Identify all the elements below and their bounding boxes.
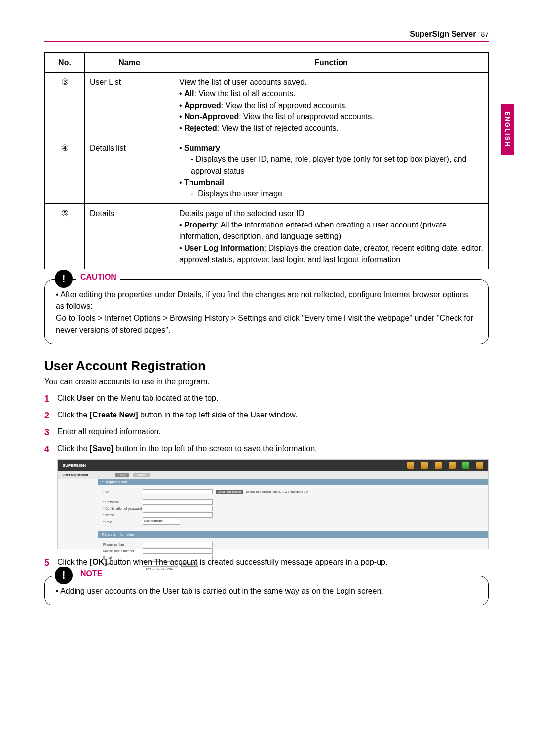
name-field[interactable] bbox=[143, 512, 213, 518]
shot-cancel-button[interactable]: Cancel bbox=[133, 473, 150, 477]
page-number: 87 bbox=[481, 30, 489, 38]
note-icon: ! bbox=[55, 567, 73, 584]
caution-label: CAUTION bbox=[76, 273, 120, 282]
table-row: ④ Details list • Summary - Displays the … bbox=[45, 138, 489, 204]
user-icon bbox=[462, 462, 469, 469]
th-name: Name bbox=[85, 53, 174, 73]
note-text: • Adding user accounts on the User tab i… bbox=[56, 585, 477, 597]
shot-nav bbox=[407, 462, 483, 469]
caution-icon: ! bbox=[55, 270, 73, 288]
th-no: No. bbox=[45, 53, 85, 73]
password-confirm-field[interactable] bbox=[143, 506, 213, 511]
row-name: User List bbox=[85, 73, 174, 138]
id-field[interactable] bbox=[143, 489, 213, 494]
player-icon bbox=[449, 462, 456, 469]
th-function: Function bbox=[174, 53, 489, 73]
home-icon bbox=[407, 462, 414, 469]
shot-breadcrumb: User registration bbox=[63, 473, 88, 477]
check-dup-button[interactable]: Check duplication bbox=[216, 490, 243, 494]
distribution-icon bbox=[476, 462, 483, 469]
steps-list: 1Click User on the Menu tab located at t… bbox=[44, 392, 489, 454]
shot-logo: SUPERSIGN bbox=[63, 463, 86, 468]
step: 5Click the [OK] button when The account … bbox=[44, 556, 489, 568]
language-tab: ENGLISH bbox=[501, 104, 514, 155]
steps-list-cont: 5Click the [OK] button when The account … bbox=[44, 556, 489, 568]
embedded-screenshot: SUPERSIGN User registration Save Cancel … bbox=[57, 459, 489, 549]
function-table: No. Name Function ③ User List View the l… bbox=[44, 52, 489, 269]
shot-required-header: * Required Field bbox=[98, 479, 488, 485]
step: 3Enter all required information. bbox=[44, 426, 489, 438]
password-field[interactable] bbox=[143, 499, 213, 505]
content-icon bbox=[421, 462, 428, 469]
table-row: ⑤ Details Details page of the selected u… bbox=[45, 204, 489, 269]
shot-save-button[interactable]: Save bbox=[115, 473, 129, 477]
phone-field[interactable] bbox=[143, 542, 213, 547]
role-select[interactable]: User Manager bbox=[143, 519, 180, 525]
step: 4Click the [Save] button in the top left… bbox=[44, 443, 489, 454]
mobile-field[interactable] bbox=[143, 548, 213, 554]
note-label: NOTE bbox=[76, 569, 106, 578]
note-box: ! NOTE • Adding user accounts on the Use… bbox=[44, 576, 489, 605]
row-func: View the list of user accounts saved. • … bbox=[174, 73, 489, 138]
table-row: ③ User List View the list of user accoun… bbox=[45, 73, 489, 138]
shot-personal-header: Personal Information bbox=[98, 531, 488, 538]
page-header: SuperSign Server 87 bbox=[44, 30, 489, 42]
caution-text: • After editing the properties under Det… bbox=[56, 289, 477, 336]
step: 1Click User on the Menu tab located at t… bbox=[44, 392, 489, 404]
caution-box: ! CAUTION • After editing the properties… bbox=[44, 279, 489, 344]
header-title: SuperSign Server bbox=[410, 30, 476, 38]
step: 2Click the [Create New] button in the to… bbox=[44, 409, 489, 421]
row-no: ③ bbox=[61, 76, 69, 89]
schedule-icon bbox=[435, 462, 442, 469]
section-title: User Account Registration bbox=[44, 358, 489, 374]
section-lead: You can create accounts to use in the pr… bbox=[44, 378, 489, 386]
